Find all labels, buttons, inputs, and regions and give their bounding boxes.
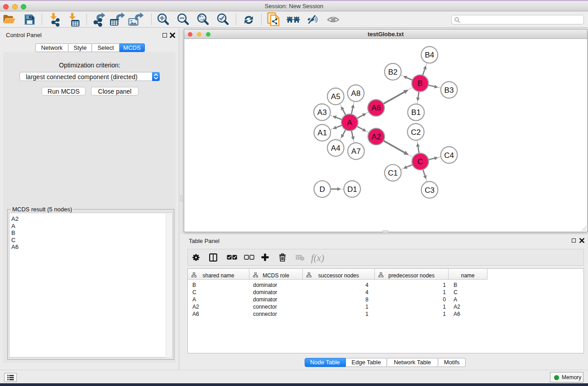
svg-text:D1: D1 <box>347 185 357 194</box>
svg-text:B3: B3 <box>445 86 454 95</box>
svg-text:A: A <box>347 119 353 127</box>
svg-text:B2: B2 <box>388 68 398 76</box>
svg-text:A8: A8 <box>351 89 361 98</box>
svg-text:A3: A3 <box>317 108 327 117</box>
svg-text:B1: B1 <box>411 108 421 117</box>
svg-text:A4: A4 <box>331 144 340 152</box>
svg-text:C4: C4 <box>444 151 454 160</box>
svg-text:C3: C3 <box>425 186 435 195</box>
svg-text:A2: A2 <box>372 133 381 141</box>
svg-text:A6: A6 <box>371 104 381 112</box>
svg-text:A5: A5 <box>331 92 340 101</box>
svg-text:C1: C1 <box>388 169 398 177</box>
svg-text:B: B <box>417 79 422 88</box>
svg-text:C: C <box>417 157 423 166</box>
svg-text:B4: B4 <box>425 51 434 59</box>
svg-text:D: D <box>320 185 325 194</box>
svg-text:A1: A1 <box>318 129 327 137</box>
svg-text:A7: A7 <box>351 147 361 156</box>
svg-text:C2: C2 <box>411 128 421 137</box>
